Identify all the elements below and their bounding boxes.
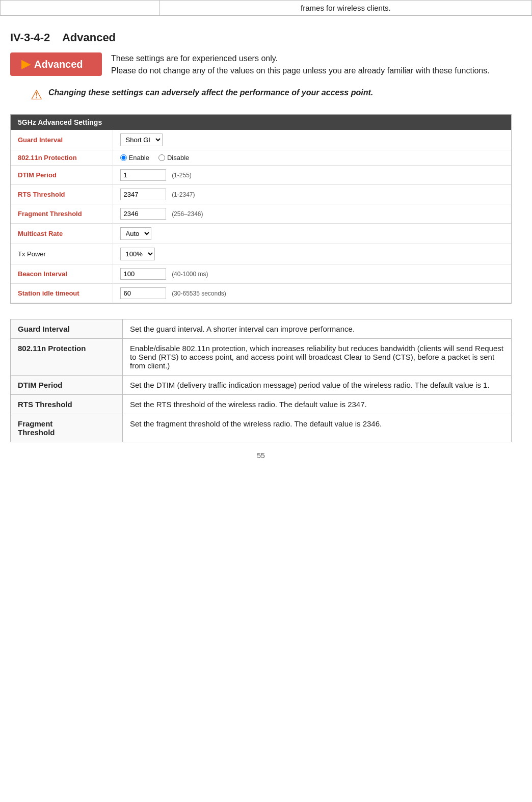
- section-heading: IV-3-4-2 Advanced: [10, 31, 512, 44]
- badge-desc-line1: These settings are for experienced users…: [111, 52, 490, 65]
- field-control-fragment[interactable]: (256–2346): [113, 204, 511, 224]
- desc-term-fragment: FragmentThreshold: [11, 414, 123, 442]
- guard-interval-select[interactable]: Short GI Long GI Auto: [120, 133, 163, 146]
- warning-box: ⚠ Changing these settings can adversely …: [31, 86, 491, 103]
- table-row: Guard Interval Short GI Long GI Auto: [11, 130, 511, 150]
- desc-term-dtim: DTIM Period: [11, 376, 123, 395]
- field-control-rts[interactable]: (1-2347): [113, 185, 511, 204]
- enable-radio[interactable]: [120, 154, 127, 161]
- disable-radio[interactable]: [158, 154, 165, 161]
- table-row: Guard Interval Set the guard interval. A…: [11, 319, 512, 339]
- field-control-txpower[interactable]: 100% 75% 50% 25%: [113, 244, 511, 264]
- badge-arrow-icon: ▶: [21, 58, 30, 71]
- table-row: Station idle timeout (30-65535 seconds): [11, 284, 511, 303]
- beacon-hint: (40-1000 ms): [172, 271, 208, 278]
- warning-text: Changing these settings can adversely af…: [48, 86, 373, 99]
- field-control-80211n[interactable]: Enable Disable: [113, 150, 511, 166]
- top-table: frames for wireless clients.: [0, 0, 532, 16]
- desc-term-80211n: 802.11n Protection: [11, 339, 123, 376]
- settings-table: Guard Interval Short GI Long GI Auto 802…: [11, 130, 511, 303]
- table-row: Multicast Rate Auto 1 2 5.5 11: [11, 224, 511, 244]
- desc-text-guard: Set the guard interval. A shorter interv…: [123, 319, 512, 339]
- top-cell: frames for wireless clients.: [159, 1, 531, 16]
- settings-panel: 5GHz Advanced Settings Guard Interval Sh…: [10, 114, 512, 304]
- table-row: RTS Threshold Set the RTS threshold of t…: [11, 395, 512, 414]
- table-row: 802.11n Protection Enable/disable 802.11…: [11, 339, 512, 376]
- table-row: FragmentThreshold Set the fragment thres…: [11, 414, 512, 442]
- field-control-multicast[interactable]: Auto 1 2 5.5 11: [113, 224, 511, 244]
- field-label-multicast: Multicast Rate: [11, 224, 113, 244]
- field-control-guard-interval[interactable]: Short GI Long GI Auto: [113, 130, 511, 150]
- table-row: RTS Threshold (1-2347): [11, 185, 511, 204]
- table-row: Tx Power 100% 75% 50% 25%: [11, 244, 511, 264]
- table-row: DTIM Period Set the DTIM (delivery traff…: [11, 376, 512, 395]
- field-control-beacon[interactable]: (40-1000 ms): [113, 264, 511, 284]
- field-label-80211n: 802.11n Protection: [11, 150, 113, 166]
- dtim-input[interactable]: [120, 169, 166, 181]
- desc-text-fragment: Set the fragment threshold of the wirele…: [123, 414, 512, 442]
- desc-term-guard: Guard Interval: [11, 319, 123, 339]
- field-label-txpower: Tx Power: [11, 244, 113, 264]
- dtim-hint: (1-255): [172, 172, 192, 179]
- badge-description: These settings are for experienced users…: [111, 52, 490, 77]
- badge-label: Advanced: [34, 59, 83, 70]
- advanced-badge-row: ▶ Advanced These settings are for experi…: [10, 52, 512, 77]
- station-idle-hint: (30-65535 seconds): [172, 290, 226, 297]
- table-row: 802.11n Protection Enable Disable: [11, 150, 511, 166]
- settings-panel-header: 5GHz Advanced Settings: [11, 115, 511, 130]
- section-title: Advanced: [62, 31, 116, 44]
- desc-text-rts: Set the RTS threshold of the wireless ra…: [123, 395, 512, 414]
- desc-term-rts: RTS Threshold: [11, 395, 123, 414]
- desc-text-80211n: Enable/disable 802.11n protection, which…: [123, 339, 512, 376]
- txpower-select[interactable]: 100% 75% 50% 25%: [120, 248, 155, 260]
- badge-desc-line2: Please do not change any of the values o…: [111, 65, 490, 77]
- fragment-hint: (256–2346): [172, 210, 203, 218]
- advanced-badge: ▶ Advanced: [10, 52, 102, 76]
- field-label-beacon: Beacon Interval: [11, 264, 113, 284]
- table-row: DTIM Period (1-255): [11, 166, 511, 185]
- section-id: IV-3-4-2: [10, 31, 50, 44]
- field-label-station-idle: Station idle timeout: [11, 284, 113, 303]
- enable-radio-label[interactable]: Enable: [120, 154, 149, 162]
- table-row: Fragment Threshold (256–2346): [11, 204, 511, 224]
- field-label-dtim: DTIM Period: [11, 166, 113, 185]
- rts-hint: (1-2347): [172, 191, 195, 198]
- fragment-input[interactable]: [120, 208, 166, 220]
- field-control-dtim[interactable]: (1-255): [113, 166, 511, 185]
- field-label-rts: RTS Threshold: [11, 185, 113, 204]
- rts-input[interactable]: [120, 189, 166, 200]
- beacon-input[interactable]: [120, 268, 166, 280]
- field-label-guard-interval: Guard Interval: [11, 130, 113, 150]
- field-control-station-idle[interactable]: (30-65535 seconds): [113, 284, 511, 303]
- warning-icon: ⚠: [31, 87, 42, 103]
- disable-radio-label[interactable]: Disable: [158, 154, 189, 162]
- desc-table: Guard Interval Set the guard interval. A…: [10, 319, 512, 442]
- station-idle-input[interactable]: [120, 287, 166, 299]
- multicast-select[interactable]: Auto 1 2 5.5 11: [120, 227, 151, 240]
- table-row: Beacon Interval (40-1000 ms): [11, 264, 511, 284]
- page-number: 55: [10, 451, 512, 460]
- desc-text-dtim: Set the DTIM (delivery traffic indicatio…: [123, 376, 512, 395]
- field-label-fragment: Fragment Threshold: [11, 204, 113, 224]
